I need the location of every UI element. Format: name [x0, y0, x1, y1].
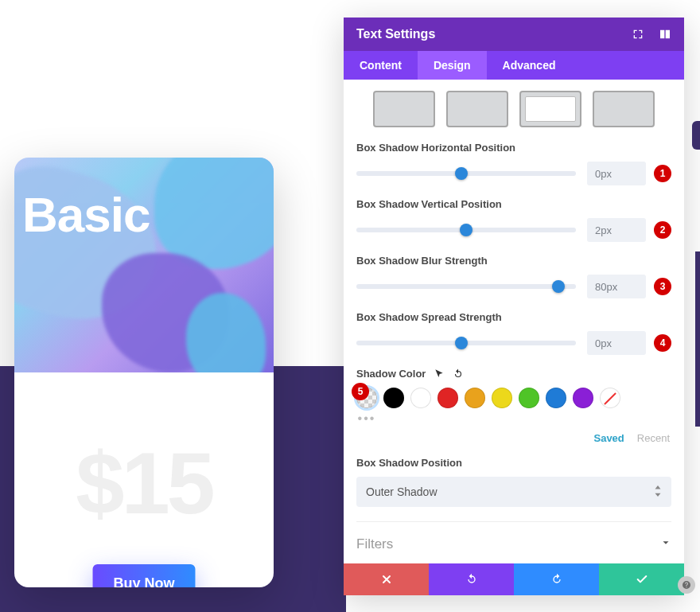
color-swatch[interactable]: [410, 388, 431, 408]
saved-tab[interactable]: Saved: [593, 432, 624, 444]
color-swatch[interactable]: [573, 388, 593, 408]
tab-advanced[interactable]: Advanced: [487, 51, 572, 80]
card-title: Basic: [22, 186, 150, 243]
field-label: Box Shadow Vertical Position: [356, 198, 671, 210]
card-price: $15: [14, 432, 274, 533]
panel-title: Text Settings: [356, 27, 435, 41]
panel-footer: [344, 563, 684, 595]
input-shadow-blur[interactable]: [587, 275, 646, 298]
color-swatch[interactable]: [546, 388, 566, 408]
color-swatch[interactable]: [438, 388, 458, 408]
cursor-icon[interactable]: [434, 368, 445, 380]
preview-canvas: Basic Buy Now $15: [0, 0, 346, 612]
shadow-preset-option[interactable]: [446, 91, 508, 127]
settings-panel: Text Settings Content Design Advanced Bo…: [344, 18, 684, 595]
color-swatch[interactable]: [519, 388, 539, 408]
field-shadow-spread: Box Shadow Spread Strength 4: [356, 311, 671, 355]
field-label: Box Shadow Horizontal Position: [356, 142, 671, 154]
tab-design[interactable]: Design: [418, 51, 487, 80]
panel-tabs: Content Design Advanced: [344, 51, 684, 80]
cancel-button[interactable]: [344, 563, 429, 595]
accordion-label: Filters: [356, 536, 393, 552]
reset-icon[interactable]: [453, 368, 464, 380]
select-caret-icon: [654, 485, 662, 499]
color-swatches: 5: [356, 388, 671, 408]
panel-body: Box Shadow Horizontal Position 1 Box Sha…: [344, 80, 684, 563]
slider-shadow-blur[interactable]: [356, 284, 576, 289]
field-label: Box Shadow Blur Strength: [356, 255, 671, 267]
recent-tab[interactable]: Recent: [637, 432, 670, 444]
annotation-marker: 2: [654, 221, 671, 239]
slider-shadow-h[interactable]: [356, 171, 576, 176]
input-shadow-spread[interactable]: [587, 331, 646, 355]
save-button[interactable]: [599, 563, 684, 595]
input-shadow-v[interactable]: [587, 218, 646, 242]
select-shadow-position[interactable]: Outer Shadow: [356, 477, 671, 507]
expand-icon[interactable]: [632, 28, 644, 41]
shadow-preset-option[interactable]: [373, 91, 435, 127]
card-hero: Basic: [14, 158, 274, 372]
buy-now-button[interactable]: Buy Now: [92, 564, 195, 587]
side-indicator: [695, 251, 700, 427]
more-swatches-icon[interactable]: •••: [356, 411, 377, 426]
annotation-marker: 3: [654, 278, 671, 295]
field-shadow-color: Shadow Color 5 ••• S: [356, 368, 671, 444]
undo-button[interactable]: [429, 563, 514, 595]
accordion-filters[interactable]: Filters: [356, 521, 671, 563]
annotation-marker: 1: [654, 165, 671, 182]
annotation-marker: 4: [654, 334, 671, 352]
redo-button[interactable]: [514, 563, 599, 595]
help-icon[interactable]: [678, 576, 695, 594]
shadow-presets: [356, 91, 671, 127]
color-swatch[interactable]: [383, 388, 404, 408]
field-shadow-h: Box Shadow Horizontal Position 1: [356, 142, 671, 185]
chevron-down-icon: [660, 536, 671, 552]
shadow-preset-option[interactable]: [593, 91, 655, 127]
select-value: Outer Shadow: [366, 485, 438, 498]
tab-content[interactable]: Content: [344, 51, 418, 80]
pricing-card: Basic Buy Now $15: [14, 158, 274, 587]
annotation-marker: 5: [352, 383, 369, 400]
side-handle[interactable]: [692, 121, 700, 150]
color-swatch[interactable]: [492, 388, 512, 408]
field-shadow-blur: Box Shadow Blur Strength 3: [356, 255, 671, 298]
input-shadow-h[interactable]: [587, 162, 646, 185]
color-swatch[interactable]: [465, 388, 485, 408]
shadow-preset-option[interactable]: [519, 91, 581, 127]
field-label: Box Shadow Spread Strength: [356, 311, 671, 323]
field-shadow-v: Box Shadow Vertical Position 2: [356, 198, 671, 242]
slider-shadow-spread[interactable]: [356, 341, 576, 345]
color-swatch-none[interactable]: [600, 388, 620, 408]
panel-header[interactable]: Text Settings: [344, 18, 684, 51]
field-label: Shadow Color: [356, 368, 426, 380]
field-shadow-position: Box Shadow Position Outer Shadow: [356, 457, 671, 507]
field-label: Box Shadow Position: [356, 457, 671, 469]
columns-icon[interactable]: [659, 28, 671, 41]
slider-shadow-v[interactable]: [356, 228, 576, 232]
